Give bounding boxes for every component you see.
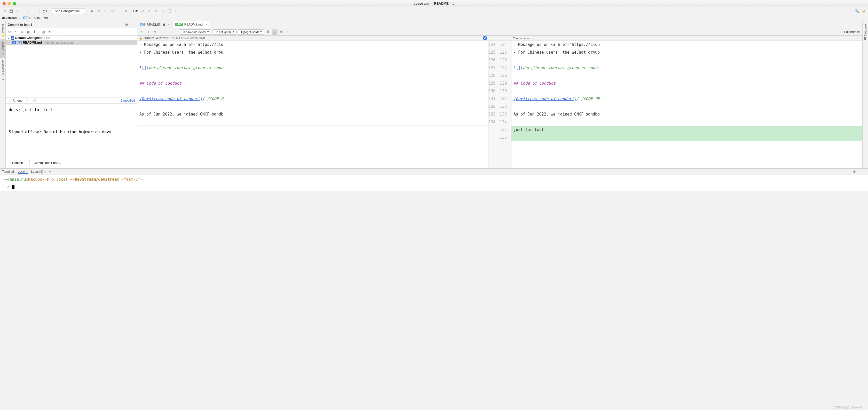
changelist-icon[interactable]: ▦: [25, 29, 31, 35]
collapse-unchanged-icon[interactable]: ⇵: [265, 29, 271, 35]
amend-bar: Amend ⚙ 🕓 1 modified: [6, 98, 137, 104]
changelist-tree: ⌄ Default Changelist 1 file MD README.md…: [6, 36, 137, 98]
edit-icon[interactable]: ✎: [152, 29, 158, 35]
changed-file-row[interactable]: MD README.md ~/DevStream/devstream: [6, 40, 137, 45]
highlight-mode-select[interactable]: Highlight words ▾: [238, 29, 264, 35]
diff-icon[interactable]: ≡: [19, 29, 25, 35]
run-config-dropdown[interactable]: Add Configuration...: [52, 8, 85, 14]
commit-button[interactable]: Commit: [8, 160, 27, 166]
add-terminal-icon[interactable]: +: [49, 169, 51, 174]
debug-icon[interactable]: ⌘: [96, 8, 102, 14]
commit-settings-icon[interactable]: ⚙: [124, 22, 129, 28]
refresh-changes-icon[interactable]: ⟳: [7, 29, 12, 35]
project-tool-tab[interactable]: 📁 Project: [0, 22, 5, 39]
nav-fwd-icon[interactable]: →: [169, 29, 175, 35]
amend-gear-icon[interactable]: ⚙: [24, 98, 30, 103]
commit-header: Commit to feat-1 ⚙ —: [6, 21, 137, 28]
attach-icon[interactable]: …: [116, 8, 122, 14]
git-pull-icon[interactable]: ↙: [140, 8, 146, 14]
main-area: 📁 Project ✓ Commit ⇅ Pull Requests Commi…: [0, 21, 868, 168]
diff-settings-icon[interactable]: ⚙: [279, 29, 284, 35]
refresh-icon[interactable]: [15, 8, 21, 14]
collapse-all-icon[interactable]: ⊟: [59, 29, 65, 35]
svg-point-1: [43, 9, 44, 11]
breadcrumb-project[interactable]: devstream: [2, 16, 18, 20]
close-tab-icon[interactable]: ×: [167, 23, 169, 27]
close-icon[interactable]: ×: [26, 170, 28, 173]
search-everywhere-icon[interactable]: 🔍: [854, 8, 860, 14]
editor-area: MD README.md × →MD README.md × ↑ ↓ ✎ ← →…: [137, 21, 862, 168]
left-tool-strip: 📁 Project ✓ Commit ⇅ Pull Requests: [0, 21, 6, 168]
rollback-icon[interactable]: ↶: [13, 29, 19, 35]
expand-all-icon[interactable]: ⊞: [53, 29, 59, 35]
file-checkbox[interactable]: [12, 41, 16, 44]
maximize-window-button[interactable]: [13, 2, 16, 5]
diff-count: 1 difference: [844, 30, 860, 34]
modified-link[interactable]: 1 modified: [121, 99, 135, 102]
app-window: devstream – README.md ← → ▾ Add Configur…: [0, 0, 868, 191]
group-by-icon[interactable]: ▤: [40, 29, 46, 35]
amend-checkbox[interactable]: [8, 99, 11, 102]
shelve-icon[interactable]: ⬇: [31, 29, 37, 35]
diff-left-pane[interactable]: ✓- Message us on <a href="https://clo - …: [137, 41, 488, 168]
stop-icon[interactable]: ■: [123, 8, 129, 14]
git-history-icon[interactable]: 🕓: [167, 8, 173, 14]
diff-header: 🔒 d64093154f92a2637670c1c1775e71788f9a63…: [137, 36, 862, 41]
breadcrumb-file[interactable]: README.md: [29, 16, 48, 20]
open-icon[interactable]: [2, 8, 7, 14]
commit-message-input[interactable]: docs: just for test Signed-off-by: Danie…: [6, 104, 137, 158]
coverage-icon[interactable]: ⟳: [103, 8, 108, 14]
traffic-lights: [3, 2, 16, 5]
markdown-file-icon: MD: [140, 23, 145, 26]
sync-scroll-icon[interactable]: ▯▯: [272, 29, 278, 35]
terminal-settings-icon[interactable]: ⚙: [851, 169, 857, 175]
ide-settings-icon[interactable]: ◒: [861, 8, 866, 14]
profile-icon[interactable]: ◔: [110, 8, 115, 14]
next-diff-icon[interactable]: ↓: [146, 29, 151, 35]
prev-diff-icon[interactable]: ↑: [139, 29, 145, 35]
git-rollback-icon[interactable]: ↶: [174, 8, 179, 14]
help-icon[interactable]: ?: [285, 29, 291, 35]
changelist-row[interactable]: ⌄ Default Changelist 1 file: [6, 36, 137, 40]
commit-and-push-button[interactable]: Commit and Push...: [29, 160, 65, 166]
nav-back-icon[interactable]: ←: [162, 29, 168, 35]
pull-requests-tool-tab[interactable]: ⇅ Pull Requests: [0, 58, 5, 83]
commit-hide-icon[interactable]: —: [129, 22, 135, 28]
viewer-mode-select[interactable]: Side-by-side viewer ▾: [179, 29, 211, 35]
history-icon[interactable]: 🕓: [31, 98, 37, 103]
git-push-icon[interactable]: ↗: [153, 8, 159, 14]
titlebar: devstream – README.md: [0, 0, 868, 7]
close-icon[interactable]: ×: [44, 170, 46, 174]
terminal-tab[interactable]: Local (2) ×: [31, 170, 46, 174]
changelist-count: 1 file: [43, 36, 50, 40]
ignore-mode-select[interactable]: Do not ignore ▾: [212, 29, 237, 35]
editor-tab[interactable]: MD README.md ×: [137, 21, 173, 28]
changed-file-name: README.md: [23, 41, 42, 44]
close-window-button[interactable]: [3, 2, 6, 5]
save-icon[interactable]: [8, 8, 14, 14]
view-options-icon[interactable]: 👁: [47, 29, 53, 35]
gutter-left: 124 125 126 127 128 129 130 131 132 133 …: [489, 41, 500, 168]
changelist-checkbox[interactable]: [11, 36, 14, 40]
terminal-panel: Terminal: Local × Local (2) × + ⚙ — ╭─da…: [0, 168, 868, 191]
user-icon[interactable]: ▾: [42, 8, 48, 14]
readonly-checkbox[interactable]: [483, 36, 487, 40]
right-tool-strip: 🗄 Database: [862, 21, 868, 168]
commit-tool-tab[interactable]: ✓ Commit: [0, 39, 5, 58]
minimize-window-button[interactable]: [8, 2, 11, 5]
git-update-icon[interactable]: ↘: [160, 8, 166, 14]
git-commit-icon[interactable]: ✓: [147, 8, 152, 14]
terminal-body[interactable]: ╭─danielhu@MacBook-Pro.local ~/DevStream…: [0, 175, 868, 191]
commit-panel: Commit to feat-1 ⚙ — ⟳ ↶ ≡ ▦ ⬇ ▤ 👁 ⊞ ⊟ ⌄: [6, 21, 137, 168]
terminal-tab[interactable]: Local ×: [18, 170, 28, 174]
forward-icon[interactable]: →: [32, 8, 37, 14]
run-icon[interactable]: ▶: [89, 8, 95, 14]
terminal-hide-icon[interactable]: —: [860, 169, 866, 175]
close-tab-icon[interactable]: ×: [205, 23, 207, 27]
database-tool-tab[interactable]: 🗄 Database: [863, 22, 868, 42]
editor-tab[interactable]: →MD README.md ×: [173, 21, 210, 28]
diff-right-pane[interactable]: - Message us on <a href="https://clou - …: [512, 41, 862, 168]
changed-file-path: ~/DevStream/devstream: [44, 41, 75, 44]
chevron-down-icon[interactable]: ⌄: [7, 36, 10, 40]
back-icon[interactable]: ←: [25, 8, 31, 14]
